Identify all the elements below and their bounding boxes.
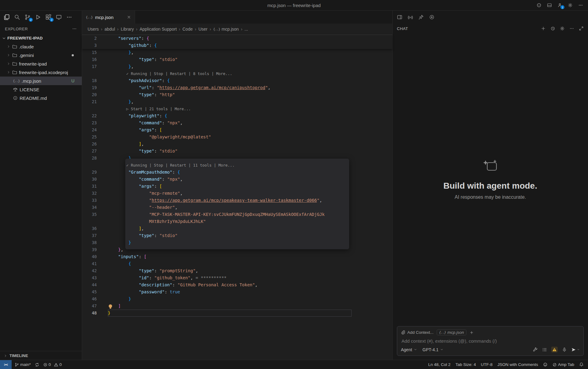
code-line[interactable]: 21 }, <box>82 98 392 105</box>
code-line[interactable]: 23 "command": "npx", <box>82 119 392 126</box>
chat-settings-gear-icon[interactable] <box>560 26 565 31</box>
panel-layout-icon[interactable] <box>397 14 402 20</box>
extensions-icon[interactable]: 2 <box>45 14 51 20</box>
code-line[interactable]: 25 "@playwright/mcp@latest" <box>82 134 392 141</box>
breadcrumb-item[interactable]: Application Support <box>140 27 177 32</box>
tree-item-license[interactable]: LICENSE <box>0 85 82 94</box>
timeline-section[interactable]: TIMELINE <box>0 351 82 360</box>
copilot-icon[interactable] <box>537 3 541 8</box>
close-icon[interactable] <box>127 15 131 19</box>
code-line[interactable]: 36 ], <box>82 225 392 232</box>
send-button[interactable] <box>571 347 580 352</box>
cursor-position[interactable]: Ln 48, Col 2 <box>428 362 450 367</box>
new-chat-icon[interactable] <box>541 26 546 31</box>
tools-icon[interactable] <box>533 347 538 352</box>
source-control-icon[interactable]: 2 <box>24 14 31 20</box>
mic-icon[interactable] <box>562 347 567 352</box>
sync-button[interactable] <box>35 363 39 367</box>
code-line[interactable]: 41 { <box>82 260 392 267</box>
chat-more-icon[interactable] <box>569 26 574 31</box>
code-line[interactable]: 34 "--header", <box>82 204 392 211</box>
tree-item-freewrite-ipad[interactable]: freewrite-ipad <box>0 59 82 68</box>
code-line[interactable]: 19 "url": "https://app.getgram.ai/mcp/ca… <box>82 84 392 91</box>
breadcrumb-item[interactable]: Library <box>121 27 134 32</box>
code-line[interactable]: 22 "playwright": { <box>82 112 392 119</box>
model-picker[interactable]: GPT-4.1 <box>423 347 443 352</box>
tree-item-xcodeproj[interactable]: freewrite-ipad.xcodeproj <box>0 68 82 77</box>
breadcrumb-item[interactable]: User <box>198 27 208 32</box>
account-icon[interactable]: 1 <box>557 3 562 8</box>
checklist-icon[interactable] <box>542 347 547 352</box>
run-debug-icon[interactable] <box>35 14 41 20</box>
broadcast-icon[interactable] <box>408 14 413 20</box>
code-line[interactable]: 38 } <box>82 239 392 246</box>
code-line[interactable]: 48} <box>82 310 392 317</box>
tab-mcp-json[interactable]: {..} mcp.json <box>82 11 135 24</box>
code-line[interactable]: 30 "command": "npx", <box>82 176 392 183</box>
code-line[interactable]: 32 "mcp-remote", <box>82 190 392 197</box>
git-branch-item[interactable]: main* <box>15 362 31 367</box>
remote-explorer-icon[interactable] <box>56 14 62 20</box>
code-line[interactable]: 18 "pushAdvisor": { <box>82 77 392 84</box>
problems-item[interactable]: 0 0 <box>43 362 62 367</box>
code-line[interactable]: 16 "type": "stdio" <box>82 56 392 63</box>
tree-item-gemini[interactable]: .gemini <box>0 51 82 59</box>
code-line[interactable]: 27 "type": "stdio" <box>82 148 392 155</box>
breadcrumb-item[interactable]: abdul <box>104 27 115 32</box>
breadcrumb-item[interactable]: {..}mcp.json <box>213 27 239 32</box>
code-line[interactable]: 33 "https://app.getgram.ai/mcp/speakeasy… <box>82 197 392 204</box>
code-line[interactable]: 31 "args": [ <box>82 183 392 190</box>
code-line[interactable]: MXtBzhrIyYmJpduLKJhLK" <box>82 218 392 225</box>
explorer-actions-icon[interactable] <box>72 26 77 32</box>
code-line[interactable]: 37 "type": "stdio" <box>82 232 392 239</box>
expand-icon[interactable] <box>579 26 584 31</box>
code-line[interactable]: 47 ] <box>82 303 392 310</box>
code-line[interactable]: 45 "password": true <box>82 288 392 296</box>
tree-item-claude[interactable]: .claude <box>0 42 82 51</box>
search-icon[interactable] <box>14 14 20 20</box>
code-line[interactable]: 17 }, <box>82 63 392 70</box>
warning-icon[interactable] <box>551 347 558 352</box>
code-line[interactable]: 40 "inputs": [ <box>82 253 392 260</box>
bell-icon[interactable] <box>579 362 584 367</box>
add-context-button[interactable]: Add Context... <box>401 330 434 335</box>
tab-size-indicator[interactable]: Tab Size: 4 <box>455 362 476 367</box>
explorer-icon[interactable] <box>4 14 10 20</box>
breadcrumb-item[interactable]: Code <box>183 27 193 32</box>
workspace-section[interactable]: FREEWRITE-IPAD <box>0 34 82 42</box>
codelens-row[interactable]: ▷ Start | 21 tools | More... <box>82 105 392 112</box>
breadcrumb-item[interactable]: Users <box>88 27 99 32</box>
more-icon[interactable] <box>578 3 583 8</box>
code-line[interactable]: 15 }, <box>82 49 392 56</box>
history-icon[interactable] <box>550 26 555 31</box>
codelens-row[interactable]: ✓ Running | Stop | Restart | 11 tools | … <box>82 162 392 169</box>
lightbulb-icon[interactable] <box>109 304 112 308</box>
code-line[interactable]: 24 "args": [ <box>82 126 392 134</box>
settings-gear-icon[interactable] <box>568 3 573 8</box>
mode-picker[interactable]: Agent <box>401 347 417 352</box>
chat-input-box[interactable]: Add Context... {..} mcp.json Agent GPT-4… <box>397 326 584 356</box>
code-line[interactable]: 46 } <box>82 296 392 303</box>
add-chip-icon[interactable] <box>469 330 474 335</box>
code-line[interactable]: 3 "github": { <box>82 42 392 49</box>
code-line[interactable]: 35 "MCP-TASK-MASTER-API-KEY:svCJUkmFUNZj… <box>82 211 392 218</box>
chat-input[interactable] <box>401 338 581 344</box>
code-area[interactable]: 15 },16 "type": "stdio"17 }, ✓ Running |… <box>82 49 392 360</box>
codelens-row[interactable]: ✓ Running | Stop | Restart | 8 tools | M… <box>82 70 392 77</box>
tree-item-mcp-json[interactable]: {..} .mcp.json U <box>0 77 82 85</box>
encoding-indicator[interactable]: UTF-8 <box>481 362 492 367</box>
language-mode[interactable]: JSON with Comments <box>497 362 538 367</box>
code-line[interactable]: 29 "GramMcpauthdemo": { <box>82 169 392 176</box>
code-line[interactable]: 2 "servers": { <box>82 35 392 42</box>
code-line[interactable]: 26 ], <box>82 141 392 148</box>
activity-more-icon[interactable] <box>66 14 72 20</box>
layout-panel-icon[interactable] <box>547 3 552 8</box>
amp-tab-item[interactable]: Amp Tab <box>552 362 574 367</box>
remote-indicator[interactable]: >< <box>0 360 12 369</box>
pin-icon[interactable] <box>418 14 424 20</box>
record-icon[interactable] <box>429 14 435 20</box>
context-chip[interactable]: {..} mcp.json <box>437 329 467 335</box>
feedback-icon[interactable] <box>543 362 548 367</box>
code-line[interactable]: 42 "type": "promptString", <box>82 267 392 274</box>
code-line[interactable]: 43 "id": "github_token", = ********** <box>82 274 392 281</box>
